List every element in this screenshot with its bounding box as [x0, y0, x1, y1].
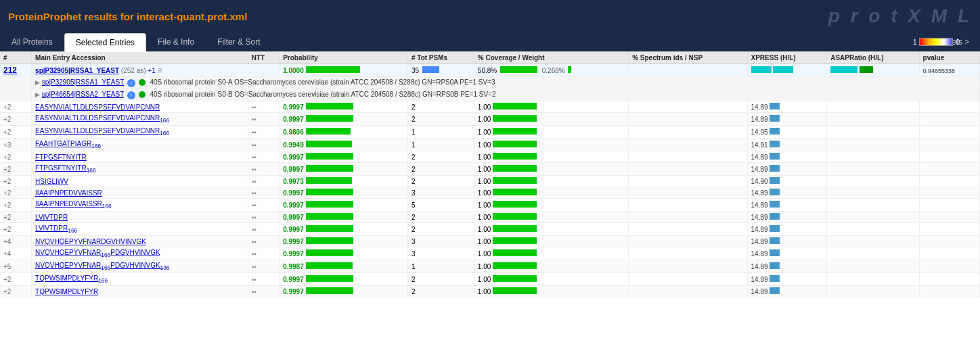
color-bar-right: 0 — [956, 39, 960, 46]
pep-charge-0: +2 — [0, 101, 32, 113]
protein-link-0[interactable]: sp|P32905|RSSA1_YEAST — [42, 78, 124, 86]
pep-pvalue-4 — [919, 151, 979, 163]
pep-spectrum-0 — [629, 101, 747, 113]
pep-asap-0 — [827, 101, 919, 113]
gradient-bar-visual — [919, 38, 953, 46]
main-psms-bar — [422, 66, 439, 73]
protein-row-0: ▶ sp|P32905|RSSA1_YEAST i 40S ribosomal … — [0, 77, 980, 89]
entry-asap-212 — [827, 64, 919, 77]
pep-cov-4: 1.00 — [474, 151, 628, 163]
pep-asap-4 — [827, 151, 919, 163]
tab-all-proteins[interactable]: All Proteins — [0, 32, 64, 51]
pep-charge-5: +2 — [0, 163, 32, 176]
main-xpress-bar-right — [773, 66, 793, 73]
arrow-icon-1: ▶ — [35, 91, 40, 98]
pep-pvalue-11 — [919, 236, 979, 247]
main-table: # Main Entry Accession NTT Probability #… — [0, 52, 980, 297]
pep-cov-5: 1.00 — [474, 163, 628, 176]
col-coverage: % Coverage / Weight — [474, 52, 628, 64]
tab-filter-sort[interactable]: Filter & Sort — [206, 32, 271, 51]
peptide-row-14: +2 TQPWSIMPDLYFYR166 ▪▪ 0.9997 2 1.00 14… — [0, 273, 980, 286]
pep-pvalue-5 — [919, 163, 979, 176]
pep-ntt-14: ▪▪ — [248, 273, 279, 286]
pep-asap-3 — [827, 139, 919, 151]
col-hash: # — [0, 52, 32, 64]
main-table-container: # Main Entry Accession NTT Probability #… — [0, 52, 980, 297]
title-link[interactable]: interact-quant.prot.xml — [137, 11, 247, 22]
pep-charge-11: +4 — [0, 236, 32, 247]
pep-seq-10: LVIVTDPR166 — [32, 223, 248, 236]
pep-cov-11: 1.00 — [474, 236, 628, 247]
pep-spectrum-6 — [629, 176, 747, 187]
main-protein-plus: +1 — [148, 67, 155, 74]
pep-spectrum-15 — [629, 286, 747, 297]
pep-prob-7: 0.9997 — [280, 187, 408, 199]
main-weight-bar — [568, 66, 571, 73]
col-xpress: XPRESS (H/L) — [747, 52, 827, 64]
entry-spectrum-212 — [629, 64, 747, 77]
protein-link-1[interactable]: sp|P46654|RSSA2_YEAST — [42, 91, 124, 98]
green-circle-0 — [139, 79, 146, 86]
info-icon-0[interactable]: i — [127, 79, 135, 87]
pep-psms-11: 3 — [407, 236, 474, 247]
pep-xpress-7: 14.89 — [747, 187, 827, 199]
pep-asap-5 — [827, 163, 919, 176]
entry-coverage-212: 50.8% 0.268% — [474, 64, 628, 77]
pep-spectrum-5 — [629, 163, 747, 176]
entry-psms-212: 35 — [407, 64, 474, 77]
pep-charge-7: +2 — [0, 187, 32, 199]
pep-xpress-14: 14.89 — [747, 273, 827, 286]
pep-psms-10: 2 — [407, 223, 474, 236]
pep-asap-15 — [827, 286, 919, 297]
pep-spectrum-11 — [629, 236, 747, 247]
pep-asap-14 — [827, 273, 919, 286]
pep-ntt-10: ▪▪ — [248, 223, 279, 236]
pep-pvalue-1 — [919, 113, 979, 126]
tab-bar: All Proteins Selected Entries File & Inf… — [0, 32, 980, 52]
header: ProteinProphet results for interact-quan… — [0, 0, 980, 32]
main-protein-link[interactable]: sp|P32905|RSSA1_YEAST — [35, 67, 119, 74]
pep-ntt-11: ▪▪ — [248, 236, 279, 247]
pep-cov-13: 1.00 — [474, 260, 628, 273]
pep-charge-1: +2 — [0, 113, 32, 126]
protein-row-hash — [0, 77, 32, 89]
pep-xpress-10: 14.89 — [747, 223, 827, 236]
pep-prob-2: 0.9806 — [280, 126, 408, 139]
pep-spectrum-4 — [629, 151, 747, 163]
pep-prob-13: 0.9987 — [280, 260, 408, 273]
pep-charge-3: +3 — [0, 139, 32, 151]
col-pvalue: pvalue — [919, 52, 979, 64]
protein-row-hash-1 — [0, 89, 32, 101]
pep-charge-8: +2 — [0, 199, 32, 212]
pep-ntt-3: ▪▪ — [248, 139, 279, 151]
main-asap-bar2 — [860, 66, 873, 73]
pep-cov-7: 1.00 — [474, 187, 628, 199]
pep-ntt-7: ▪▪ — [248, 187, 279, 199]
pep-asap-13 — [827, 260, 919, 273]
tab-file-info[interactable]: File & Info — [146, 32, 206, 51]
pep-xpress-2: 14.95 — [747, 126, 827, 139]
pep-ntt-0: ▪▪ — [248, 101, 279, 113]
protxml-logo: p r o t X M L — [828, 5, 972, 27]
pep-psms-4: 2 — [407, 151, 474, 163]
pep-ntt-1: ▪▪ — [248, 113, 279, 126]
pep-prob-12: 0.9997 — [280, 247, 408, 260]
main-asap-bar — [830, 66, 858, 73]
protein-row-content-0: ▶ sp|P32905|RSSA1_YEAST i 40S ribosomal … — [32, 77, 980, 89]
entry-id-212[interactable]: 212 — [0, 64, 32, 77]
pep-cov-9: 1.00 — [474, 212, 628, 223]
pep-cov-10: 1.00 — [474, 223, 628, 236]
pep-asap-8 — [827, 199, 919, 212]
tab-selected-entries[interactable]: Selected Entries — [64, 33, 146, 52]
pep-xpress-9: 14.89 — [747, 212, 827, 223]
peptide-row-4: +2 FTPGSFTNYITR ▪▪ 0.9997 2 1.00 14.89 — [0, 151, 980, 163]
pep-cov-2: 1.00 — [474, 126, 628, 139]
main-prob-bar — [306, 66, 360, 73]
entry-prob-212: 1.0000 — [280, 64, 408, 77]
info-icon-1[interactable]: i — [127, 91, 135, 99]
pep-pvalue-6 — [919, 176, 979, 187]
pep-asap-1 — [827, 113, 919, 126]
pep-psms-15: 2 — [407, 286, 474, 297]
pep-psms-5: 2 — [407, 163, 474, 176]
peptide-row-11: +4 NVQVHQEPYVFNARDGVHVINVGK ▪▪ 0.9997 3 … — [0, 236, 980, 247]
